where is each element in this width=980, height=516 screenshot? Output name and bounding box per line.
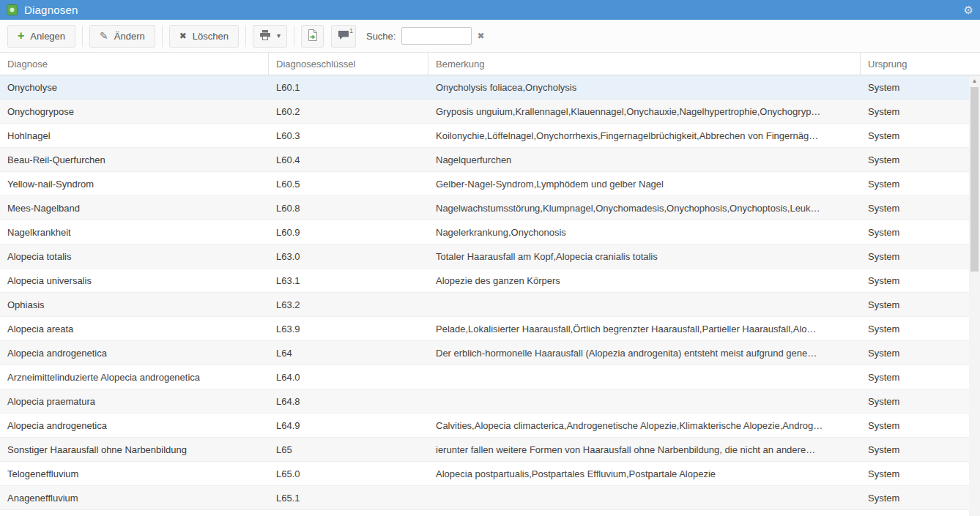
cell-diagnose: Beau-Reil-Querfurchen <box>0 154 269 165</box>
table-row[interactable]: Alopecia totalisL63.0Totaler Haarausfall… <box>0 244 980 269</box>
table-row[interactable]: Alopecia androgeneticaL64.9Calvities,Alo… <box>0 414 980 438</box>
comment-count-badge: 1 <box>349 27 353 34</box>
cell-diagnose: Arzneimittelinduzierte Alopecia androgen… <box>0 372 269 383</box>
table-row[interactable]: HohlnagelL60.3Koilonychie,Löffelnagel,On… <box>0 124 980 148</box>
cell-schluessel: L60.1 <box>269 82 428 93</box>
table-row[interactable]: OphiasisL63.2System <box>0 293 980 317</box>
cell-diagnose: Yellow-nail-Syndrom <box>0 179 269 190</box>
cell-diagnose: Alopecia areata <box>0 324 269 334</box>
cell-ursprung: System <box>861 130 980 141</box>
table-row[interactable]: TelogeneffluviumL65.0Alopecia postpartua… <box>0 462 980 486</box>
cell-ursprung: System <box>861 154 980 165</box>
settings-gear-icon[interactable]: ⚙ <box>964 4 973 15</box>
cell-schluessel: L60.5 <box>269 179 428 190</box>
table-row[interactable]: Sonstiger Haarausfall ohne Narbenbildung… <box>0 438 980 462</box>
table-row[interactable]: OnychogryposeL60.2Gryposis unguium,Krall… <box>0 100 980 124</box>
cell-diagnose: Nagelkrankheit <box>0 227 269 238</box>
loeschen-button[interactable]: ✖ Löschen <box>169 25 239 48</box>
export-document-button[interactable] <box>301 25 324 48</box>
toolbar: + Anlegen ✎ Ändern ✖ Löschen ▾ <box>0 20 980 53</box>
cell-diagnose: Alopecia totalis <box>0 251 269 262</box>
cell-ursprung: System <box>861 396 980 407</box>
cell-schluessel: L65.0 <box>269 468 428 479</box>
cell-schluessel: L64.9 <box>269 420 428 431</box>
cell-bemerkung: Koilonychie,Löffelnagel,Onychorrhexis,Fi… <box>428 130 861 141</box>
table-header: Diagnose Diagnoseschlüssel Bemerkung Urs… <box>0 53 980 75</box>
cell-bemerkung: Alopecia postpartualis,Postpartales Effl… <box>428 468 861 479</box>
cell-diagnose: Onycholyse <box>0 82 269 93</box>
toolbar-separator <box>162 26 163 47</box>
anlegen-button[interactable]: + Anlegen <box>7 25 75 48</box>
toolbar-separator <box>82 26 83 47</box>
toolbar-separator <box>245 26 246 47</box>
cell-diagnose: Alopecia universalis <box>0 275 269 286</box>
table-row[interactable]: Alopecia areataL63.9Pelade,Lokalisierter… <box>0 317 980 341</box>
speech-bubble-icon <box>338 30 349 42</box>
table-row[interactable]: Arzneimittelinduzierte Alopecia androgen… <box>0 365 980 389</box>
comments-button[interactable]: 1 <box>331 25 356 48</box>
pencil-icon: ✎ <box>100 31 108 41</box>
cell-bemerkung: Calvities,Alopecia climacterica,Androgen… <box>428 420 861 431</box>
cell-schluessel: L60.8 <box>269 203 428 214</box>
scrollbar-thumb[interactable] <box>970 87 979 272</box>
cell-bemerkung: Onycholysis foliacea,Onycholysis <box>428 82 861 93</box>
cell-schluessel: L63.1 <box>269 275 428 286</box>
cell-schluessel: L60.3 <box>269 130 428 141</box>
aendern-button[interactable]: ✎ Ändern <box>89 25 155 48</box>
cell-ursprung: System <box>861 106 980 117</box>
cell-schluessel: L60.4 <box>269 154 428 165</box>
column-header-diagnose[interactable]: Diagnose <box>0 53 269 75</box>
cell-schluessel: L65.1 <box>269 493 428 504</box>
cell-bemerkung: Der erblich-hormonelle Haarausfall (Alop… <box>428 348 861 359</box>
table-row[interactable]: NagelkrankheitL60.9Nagelerkrankung,Onych… <box>0 220 980 244</box>
cell-ursprung: System <box>861 324 980 334</box>
cell-ursprung: System <box>861 299 980 310</box>
table-row[interactable]: OnycholyseL60.1Onycholysis foliacea,Onyc… <box>0 75 980 100</box>
cell-schluessel: L63.2 <box>269 299 428 310</box>
cell-schluessel: L63.9 <box>269 324 428 334</box>
table-row[interactable]: Alopecia praematuraL64.8System <box>0 389 980 414</box>
plus-icon: + <box>18 30 24 42</box>
clear-search-icon[interactable]: ✖ <box>477 31 484 41</box>
search-input[interactable] <box>401 27 472 45</box>
table-row[interactable]: AnageneffluviumL65.1System <box>0 486 980 510</box>
aendern-label: Ändern <box>114 31 145 42</box>
cell-ursprung: System <box>861 468 980 479</box>
column-header-ursprung[interactable]: Ursprung <box>861 53 980 75</box>
cell-ursprung: System <box>861 251 980 262</box>
cell-bemerkung: Alopezie des ganzen Körpers <box>428 275 861 286</box>
document-icon <box>308 29 317 43</box>
table-row[interactable]: Mees-NagelbandL60.8Nagelwachstumsstörung… <box>0 196 980 220</box>
print-button[interactable]: ▾ <box>253 25 287 48</box>
cell-diagnose: Anageneffluvium <box>0 493 269 504</box>
cell-bemerkung: ierunter fallen weitere Formen von Haara… <box>428 444 861 455</box>
cell-ursprung: System <box>861 420 980 431</box>
cell-schluessel: L64 <box>269 348 428 359</box>
table-row[interactable]: Alopecia universalisL63.1Alopezie des ga… <box>0 269 980 293</box>
window-title: Diagnosen <box>24 4 78 16</box>
table-row[interactable]: Yellow-nail-SyndromL60.5Gelber-Nagel-Syn… <box>0 172 980 196</box>
cell-schluessel: L63.0 <box>269 251 428 262</box>
anlegen-label: Anlegen <box>30 31 65 42</box>
printer-icon <box>259 30 271 42</box>
cell-bemerkung: Totaler Haarausfall am Kopf,Alopecia cra… <box>428 251 861 262</box>
toolbar-separator <box>294 26 294 47</box>
cell-diagnose: Sonstiger Haarausfall ohne Narbenbildung <box>0 444 269 455</box>
loeschen-label: Löschen <box>193 31 229 42</box>
scroll-up-arrow-icon[interactable]: ▲ <box>969 76 980 86</box>
cell-schluessel: L65 <box>269 444 428 455</box>
cell-diagnose: Mees-Nagelband <box>0 203 269 214</box>
cell-schluessel: L64.0 <box>269 372 428 383</box>
column-header-diagnoseschluessel[interactable]: Diagnoseschlüssel <box>269 53 428 75</box>
table-row[interactable]: Alopecia androgeneticaL64Der erblich-hor… <box>0 341 980 365</box>
cell-bemerkung: Gryposis unguium,Krallennagel,Klauennage… <box>428 106 861 117</box>
column-header-bemerkung[interactable]: Bemerkung <box>428 53 861 75</box>
cell-diagnose: Alopecia androgenetica <box>0 348 269 359</box>
cell-diagnose: Telogeneffluvium <box>0 468 269 479</box>
cell-diagnose: Hohlnagel <box>0 130 269 141</box>
vertical-scrollbar[interactable]: ▲ <box>969 76 980 516</box>
table-body: OnycholyseL60.1Onycholysis foliacea,Onyc… <box>0 75 980 510</box>
cell-ursprung: System <box>861 372 980 383</box>
chevron-down-icon: ▾ <box>277 32 281 40</box>
table-row[interactable]: Beau-Reil-QuerfurchenL60.4Nagelquerfurch… <box>0 148 980 172</box>
